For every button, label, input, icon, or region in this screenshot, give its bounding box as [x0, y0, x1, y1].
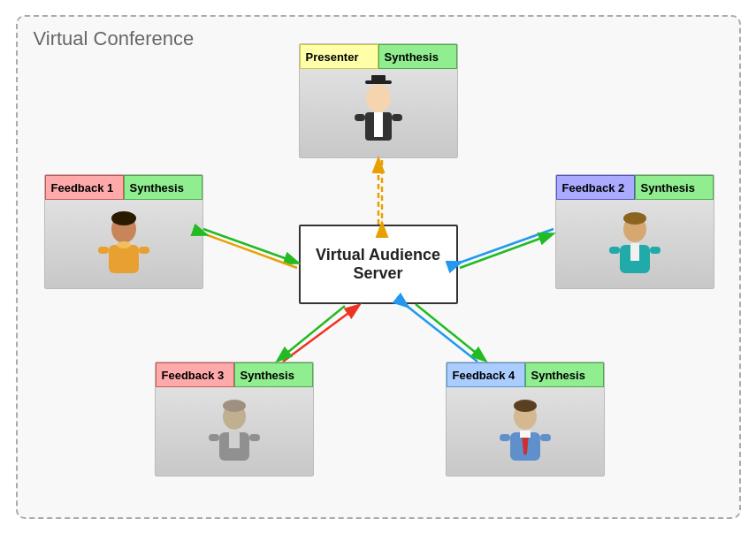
- svg-rect-19: [630, 243, 639, 261]
- fb2-avatar: [604, 204, 666, 284]
- svg-rect-20: [609, 247, 620, 254]
- svg-point-29: [514, 400, 537, 412]
- presenter-body: [300, 69, 457, 157]
- fb2-body: [556, 200, 714, 288]
- fb1-synthesis-label: Synthesis: [124, 175, 202, 200]
- svg-point-23: [223, 400, 246, 412]
- svg-rect-25: [229, 431, 240, 448]
- fb3-feedback-label: Feedback 3: [156, 362, 234, 387]
- svg-rect-26: [209, 434, 219, 441]
- server-box: Virtual AudienceServer: [299, 225, 458, 304]
- fb3-body: [156, 387, 313, 476]
- svg-rect-21: [650, 247, 661, 254]
- fb1-feedback-label: Feedback 1: [45, 175, 124, 200]
- presenter-node: Presenter Synthesis: [299, 43, 458, 158]
- svg-rect-1: [371, 75, 386, 82]
- svg-rect-12: [109, 245, 139, 273]
- svg-line-44: [416, 304, 485, 360]
- server-label: Virtual AudienceServer: [316, 246, 440, 283]
- fb2-node: Feedback 2 Synthesis: [555, 174, 714, 289]
- svg-point-17: [623, 212, 646, 225]
- fb3-synthesis-label: Synthesis: [234, 362, 313, 387]
- svg-point-13: [117, 241, 131, 248]
- svg-rect-8: [355, 114, 365, 121]
- fb4-body: [447, 387, 604, 476]
- svg-rect-34: [540, 434, 551, 441]
- presenter-avatar: [347, 73, 409, 153]
- svg-rect-15: [139, 247, 149, 254]
- fb3-avatar: [203, 392, 265, 471]
- svg-rect-32: [520, 431, 531, 438]
- fb1-avatar: [93, 204, 155, 284]
- fb4-node: Feedback 4 Synthesis: [446, 362, 605, 477]
- diagram-container: Virtual Conference Presenter Synthesis: [16, 15, 741, 519]
- svg-line-41: [283, 306, 358, 362]
- diagram-title: Virtual Conference: [34, 27, 195, 50]
- fb1-node: Feedback 1 Synthesis: [44, 174, 203, 289]
- presenter-label: Presenter: [300, 44, 378, 69]
- fb2-synthesis-label: Synthesis: [635, 175, 714, 200]
- svg-rect-33: [500, 434, 510, 441]
- svg-rect-7: [374, 112, 383, 137]
- svg-point-2: [366, 84, 391, 112]
- svg-line-38: [205, 234, 297, 268]
- fb3-node: Feedback 3 Synthesis: [155, 362, 314, 477]
- svg-rect-9: [392, 114, 402, 121]
- fb2-feedback-label: Feedback 2: [556, 175, 635, 200]
- svg-line-37: [203, 229, 297, 263]
- svg-line-42: [279, 306, 345, 360]
- presenter-synthesis-label: Synthesis: [378, 44, 457, 69]
- svg-point-11: [111, 211, 136, 225]
- svg-line-43: [407, 306, 477, 362]
- svg-line-40: [460, 234, 552, 268]
- fb1-body: [45, 200, 202, 288]
- svg-rect-14: [98, 247, 109, 254]
- svg-rect-27: [249, 434, 260, 441]
- fb4-avatar: [494, 392, 556, 471]
- fb4-feedback-label: Feedback 4: [447, 362, 525, 387]
- fb4-synthesis-label: Synthesis: [525, 362, 604, 387]
- svg-line-39: [460, 229, 554, 263]
